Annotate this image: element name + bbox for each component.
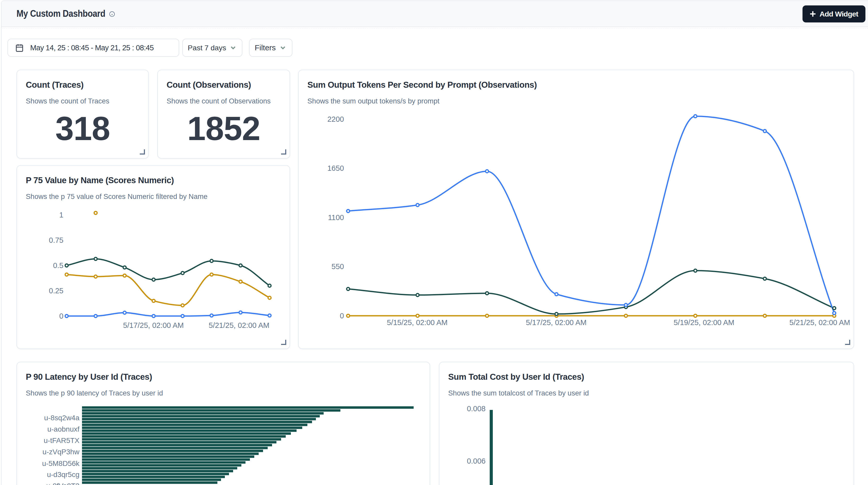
svg-text:0: 0 — [59, 312, 63, 320]
svg-text:5/15/25, 02:00 AM: 5/15/25, 02:00 AM — [387, 319, 447, 327]
svg-text:u-zVqP3hw: u-zVqP3hw — [42, 448, 80, 456]
svg-text:2200: 2200 — [327, 115, 344, 123]
svg-text:5/17/25, 02:00 AM: 5/17/25, 02:00 AM — [526, 319, 586, 327]
svg-text:u-d3qr5cg: u-d3qr5cg — [47, 471, 80, 479]
svg-text:1100: 1100 — [328, 213, 344, 222]
svg-text:0.75: 0.75 — [49, 236, 63, 244]
svg-text:0.008: 0.008 — [467, 404, 486, 413]
svg-text:u-tFAR5TX: u-tFAR5TX — [44, 436, 80, 445]
svg-text:0.25: 0.25 — [49, 286, 63, 295]
svg-text:u-5M8D56k: u-5M8D56k — [42, 459, 80, 467]
svg-text:u-aobnuxf: u-aobnuxf — [47, 425, 80, 433]
svg-text:5/19/25, 02:00 AM: 5/19/25, 02:00 AM — [674, 319, 734, 327]
svg-text:1650: 1650 — [327, 164, 344, 172]
svg-text:0: 0 — [340, 312, 344, 320]
svg-text:u-8fVa9T3: u-8fVa9T3 — [46, 482, 80, 485]
svg-text:u-8sq2w4a: u-8sq2w4a — [44, 414, 80, 422]
svg-text:5/17/25, 02:00 AM: 5/17/25, 02:00 AM — [123, 321, 184, 329]
svg-text:5/21/25, 02:00 AM: 5/21/25, 02:00 AM — [789, 319, 850, 327]
svg-text:1: 1 — [59, 211, 63, 219]
svg-text:0.5: 0.5 — [53, 261, 63, 270]
svg-text:550: 550 — [332, 262, 344, 271]
svg-text:0.006: 0.006 — [467, 457, 486, 465]
svg-text:5/21/25, 02:00 AM: 5/21/25, 02:00 AM — [209, 321, 269, 329]
